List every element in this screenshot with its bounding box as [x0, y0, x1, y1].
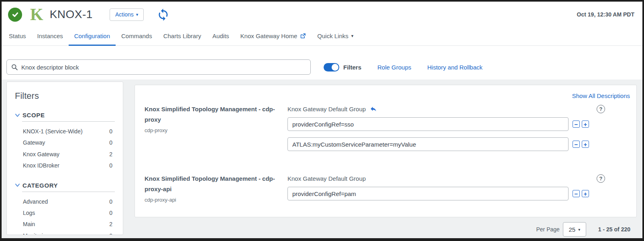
filters-toggle[interactable]	[324, 63, 339, 71]
help-icon[interactable]: ?	[597, 105, 605, 113]
filters-toggle-label: Filters	[343, 64, 361, 71]
filter-count: 2	[109, 220, 112, 229]
health-check-icon	[8, 8, 22, 22]
divider	[22, 121, 115, 122]
knox-configuration-page: K KNOX-1 Actions ▾ Oct 19, 12:30 AM PDT …	[0, 0, 644, 241]
add-value-button[interactable]: +	[582, 190, 589, 197]
filter-item-advanced[interactable]: Advanced 0	[15, 196, 115, 207]
filter-item-knox-idbroker[interactable]: Knox IDBroker 0	[15, 160, 115, 171]
chevron-down-icon: ▾	[136, 12, 139, 17]
remove-value-button[interactable]: −	[573, 190, 580, 197]
filter-count: 0	[109, 197, 112, 206]
history-rollback-link[interactable]: History and Rollback	[427, 64, 483, 71]
property-key: cdp-proxy-api	[145, 197, 277, 203]
tab-status[interactable]: Status	[3, 27, 32, 46]
tab-commands[interactable]: Commands	[116, 27, 158, 46]
show-all-descriptions-link[interactable]: Show All Descriptions	[572, 92, 630, 99]
filter-count: 0	[109, 127, 112, 136]
current-time: Oct 19, 12:30 AM PDT	[577, 11, 634, 18]
filter-section-scope-header[interactable]: SCOPE	[15, 112, 115, 118]
config-search-box[interactable]	[6, 59, 311, 75]
tab-audits[interactable]: Audits	[207, 27, 235, 46]
filter-item-logs[interactable]: Logs 0	[15, 207, 115, 219]
config-column: Show All Descriptions Knox Simplified To…	[135, 85, 637, 237]
tab-quick-links[interactable]: Quick Links ▾	[312, 27, 359, 46]
role-groups-link[interactable]: Role Groups	[377, 64, 411, 71]
per-page-label: Per Page	[536, 226, 559, 233]
property-title: Knox Simplified Topology Management - cd…	[145, 104, 277, 125]
property-value-column: Knox Gateway Default Group − +	[287, 104, 589, 157]
config-property-cdp-proxy-api: Knox Simplified Topology Management - cd…	[145, 174, 630, 207]
property-title: Knox Simplified Topology Management - cd…	[145, 174, 277, 194]
service-header: K KNOX-1 Actions ▾ Oct 19, 12:30 AM PDT	[2, 2, 642, 27]
toggle-knob	[332, 64, 338, 71]
filter-item-gateway[interactable]: Gateway 0	[15, 137, 115, 148]
filter-section-category-header[interactable]: CATEGORY	[15, 182, 115, 189]
property-name-column: Knox Simplified Topology Management - cd…	[145, 104, 287, 157]
remove-value-button[interactable]: −	[573, 120, 580, 128]
role-group-label: Knox Gateway Default Group	[287, 175, 366, 182]
filter-count: 0	[109, 138, 112, 147]
external-link-icon	[300, 33, 306, 39]
refresh-button[interactable]	[156, 7, 170, 22]
filter-item-monitoring[interactable]: Monitoring 0	[15, 230, 115, 235]
filters-panel-title: Filters	[15, 91, 115, 101]
role-group-label: Knox Gateway Default Group	[287, 106, 366, 112]
chevron-down-icon: ▾	[578, 227, 580, 232]
page-title: KNOX-1	[50, 8, 93, 21]
chevron-down-icon: ▾	[351, 33, 354, 39]
search-toolbar: Filters Role Groups History and Rollback	[2, 46, 642, 80]
config-properties-panel: Show All Descriptions Knox Simplified To…	[135, 85, 637, 217]
filter-count: 0	[109, 208, 112, 217]
property-value-column: Knox Gateway Default Group − +	[287, 174, 589, 207]
chevron-down-icon	[15, 183, 20, 187]
filters-panel: Filters SCOPE KNOX-1 (Service-Wide) 0 Ga…	[6, 82, 123, 235]
config-value-input[interactable]	[287, 137, 569, 151]
filter-item-service-wide[interactable]: KNOX-1 (Service-Wide) 0	[15, 126, 115, 137]
add-value-button[interactable]: +	[582, 141, 589, 148]
filter-section-category: CATEGORY Advanced 0 Logs 0 Main 2 Monito…	[15, 182, 115, 235]
pagination-bar: Per Page 25 ▾ 1 - 25 of 220	[135, 221, 637, 237]
filter-count: 0	[109, 161, 112, 170]
filter-item-knox-gateway[interactable]: Knox Gateway 2	[15, 149, 115, 160]
pagination-range: 1 - 25 of 220	[598, 226, 630, 233]
config-value-input[interactable]	[287, 187, 569, 200]
per-page-select[interactable]: 25 ▾	[563, 222, 586, 237]
tab-configuration[interactable]: Configuration	[69, 27, 116, 46]
knox-logo: K	[30, 6, 43, 23]
tab-knox-gateway-home[interactable]: Knox Gateway Home	[235, 27, 312, 46]
filter-count: 0	[109, 231, 112, 235]
remove-value-button[interactable]: −	[573, 141, 580, 148]
property-name-column: Knox Simplified Topology Management - cd…	[145, 174, 287, 207]
search-input[interactable]	[21, 64, 306, 71]
filter-item-main[interactable]: Main 2	[15, 219, 115, 230]
config-value-input[interactable]	[287, 117, 569, 131]
divider	[22, 192, 115, 192]
actions-button[interactable]: Actions ▾	[110, 8, 144, 21]
tab-instances[interactable]: Instances	[32, 27, 69, 46]
add-value-button[interactable]: +	[582, 120, 589, 128]
help-icon[interactable]: ?	[597, 174, 605, 183]
tab-bar: Status Instances Configuration Commands …	[2, 27, 642, 46]
filter-section-scope: SCOPE KNOX-1 (Service-Wide) 0 Gateway 0 …	[15, 112, 115, 172]
tab-charts-library[interactable]: Charts Library	[158, 27, 207, 46]
refresh-icon	[157, 8, 170, 21]
reset-to-default-icon[interactable]	[370, 105, 377, 112]
config-property-cdp-proxy: Knox Simplified Topology Management - cd…	[145, 104, 630, 157]
search-icon	[11, 64, 18, 71]
property-key: cdp-proxy	[145, 127, 277, 133]
content-area: Filters SCOPE KNOX-1 (Service-Wide) 0 Ga…	[2, 80, 642, 238]
filter-count: 2	[109, 150, 112, 159]
chevron-down-icon	[15, 113, 20, 117]
